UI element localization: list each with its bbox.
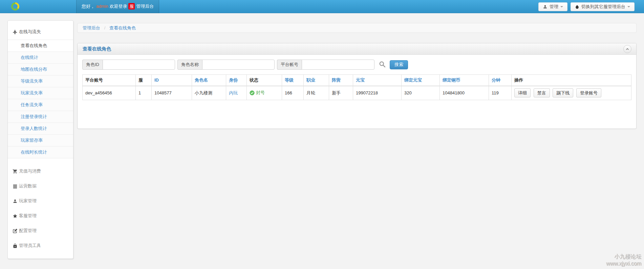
sidebar-section-label: 管理员工具 [19, 243, 41, 249]
sidebar-section-customer-service[interactable]: 客服管理 [8, 208, 73, 223]
sidebar-item-online-stats[interactable]: 在线统计 [8, 51, 73, 63]
sidebar-item-task-churn-rate[interactable]: 任务流失率 [8, 99, 73, 111]
cell-bound-yuanbao: 320 [402, 86, 440, 100]
cell-server: 1 [136, 86, 152, 100]
plane-icon [13, 29, 18, 35]
table-row: dev_a456456 1 1048577 小九楼测 内玩 封号 [83, 86, 631, 100]
cell-id: 1048577 [152, 86, 192, 100]
user-icon [543, 4, 548, 9]
status-badge[interactable]: 封号 [250, 90, 265, 96]
role-id-label: 角色ID [82, 60, 103, 70]
username: admin [96, 4, 108, 9]
cell-platform-account: dev_a456456 [83, 86, 136, 100]
platform-account-label: 平台帐号 [277, 60, 302, 70]
cell-minutes: 119 [489, 86, 512, 100]
search-button[interactable]: 搜索 [390, 60, 408, 69]
col-bound-yuanbao[interactable]: 绑定元宝 [402, 75, 440, 86]
mute-button[interactable]: 禁言 [534, 88, 550, 97]
breadcrumb-link-view-online-roles[interactable]: 查看在线角色 [109, 25, 136, 30]
panel-body: 角色ID 角色名称 平台帐号 搜索 [78, 55, 636, 129]
cell-status: 封号 [247, 86, 282, 100]
col-faction[interactable]: 阵营 [329, 75, 353, 86]
star-icon [13, 214, 18, 219]
watermark-line1: 小九楼论坛 [606, 253, 641, 260]
sidebar-section-operations-data[interactable]: 运营数据 [8, 179, 73, 194]
sidebar-section-label: 在线与流失 [19, 29, 41, 35]
col-level[interactable]: 等级 [282, 75, 304, 86]
sidebar-section-label: 充值与消费 [19, 168, 41, 174]
switch-server-menu-button[interactable]: 切换到其它服管理后台 [571, 2, 635, 11]
cell-profession: 月轮 [304, 86, 329, 100]
chevron-up-icon [625, 47, 629, 51]
kick-offline-button[interactable]: 踢下线 [553, 88, 573, 97]
cell-actions: 详细 禁言 踢下线 登录账号 [512, 86, 631, 100]
sidebar-item-view-online-roles[interactable]: 查看在线角色 [8, 40, 73, 51]
watermark-line2: www.xjyxi.com [606, 260, 641, 267]
col-yuanbao[interactable]: 元宝 [353, 75, 402, 86]
cell-level: 166 [282, 86, 304, 100]
col-actions: 操作 [512, 75, 631, 86]
admin-menu-button[interactable]: 管理 [538, 2, 567, 11]
sidebar-item-online-duration-stats[interactable]: 在线时长统计 [8, 146, 73, 158]
sidebar-section-player-management[interactable]: 玩家管理 [8, 194, 73, 208]
col-role-name[interactable]: 角色名 [192, 75, 226, 86]
app-logo-icon[interactable] [11, 2, 19, 10]
breadcrumb-separator: / [104, 25, 106, 30]
col-identity[interactable]: 身份 [226, 75, 247, 86]
welcome-mid: 欢迎登录 [109, 4, 127, 9]
check-circle-icon [250, 90, 255, 95]
cart-icon [13, 169, 18, 174]
sidebar-section-label: 运营数据 [19, 183, 37, 189]
cell-role-name: 小九楼测 [192, 86, 226, 100]
welcome-suffix: 管理后台 [136, 4, 154, 9]
switch-server-label: 切换到其它服管理后台 [581, 4, 625, 10]
sidebar-item-player-churn-rate[interactable]: 玩家流失率 [8, 87, 73, 99]
caret-down-icon [627, 6, 630, 7]
role-id-group: 角色ID [82, 60, 175, 70]
detail-button[interactable]: 详细 [514, 88, 531, 97]
sidebar-item-map-online-distribution[interactable]: 地图在线分布 [8, 63, 73, 75]
role-name-input[interactable] [202, 60, 275, 70]
sidebar-item-player-retention-rate[interactable]: 玩家留存率 [8, 134, 73, 146]
app-logo-inner [13, 4, 18, 9]
server-badge: 服 [128, 3, 135, 9]
panel-heading: 查看在线角色 [78, 43, 636, 55]
breadcrumb: 管理后台 / 查看在线角色 [77, 23, 637, 33]
sidebar-item-login-count-stats[interactable]: 登录人数统计 [8, 122, 73, 134]
col-minutes[interactable]: 分钟 [489, 75, 512, 86]
panel-title: 查看在线角色 [83, 46, 111, 51]
welcome-banner: 您好，admin欢迎登录服管理后台 [76, 0, 159, 13]
online-roles-table: 平台账号 服 ID 角色名 身份 状态 等级 职业 阵营 元宝 绑定元宝 绑定铜… [82, 74, 631, 100]
top-header: 您好，admin欢迎登录服管理后台 管理 切换到其它服管理后台 [0, 0, 644, 13]
sidebar-section-label: 玩家管理 [19, 198, 37, 204]
cell-faction: 新手 [329, 86, 353, 100]
login-account-button[interactable]: 登录账号 [576, 88, 601, 97]
sidebar-section-online-loss[interactable]: 在线与流失 [8, 21, 73, 40]
col-platform-account: 平台账号 [83, 75, 136, 86]
sidebar-section-config-management[interactable]: 配置管理 [8, 223, 73, 238]
sidebar-section-recharge-consume[interactable]: 充值与消费 [8, 164, 73, 179]
search-form: 角色ID 角色名称 平台帐号 搜索 [82, 60, 631, 70]
col-profession[interactable]: 职业 [304, 75, 329, 86]
sidebar-item-level-churn-rate[interactable]: 等级流失率 [8, 75, 73, 87]
site-watermark: 小九楼论坛 www.xjyxi.com [606, 253, 641, 267]
page-root: 您好，admin欢迎登录服管理后台 管理 切换到其它服管理后台 [0, 0, 644, 269]
col-server: 服 [136, 75, 152, 86]
col-bound-copper[interactable]: 绑定铜币 [440, 75, 489, 86]
breadcrumb-link-admin-home[interactable]: 管理后台 [83, 25, 100, 30]
list-icon [13, 184, 18, 189]
role-id-input[interactable] [103, 60, 175, 70]
status-label: 封号 [256, 90, 265, 96]
topbar-actions: 管理 切换到其它服管理后台 [538, 2, 635, 11]
col-id[interactable]: ID [152, 75, 192, 86]
sidebar-item-register-login-stats[interactable]: 注册登录统计 [8, 111, 73, 122]
sidebar-section-admin-tools[interactable]: 管理员工具 [8, 238, 73, 253]
admin-menu-label: 管理 [550, 4, 558, 10]
sidebar-submenu: 查看在线角色 在线统计 地图在线分布 等级流失率 玩家流失率 任务流失率 注册登… [8, 40, 73, 158]
cell-identity[interactable]: 内玩 [226, 86, 247, 100]
role-name-group: 角色名称 [177, 60, 275, 70]
edit-icon [13, 228, 18, 233]
platform-account-input[interactable] [302, 60, 374, 70]
sidebar: 在线与流失 查看在线角色 在线统计 地图在线分布 等级流失率 玩家流失率 任务流… [7, 20, 73, 259]
collapse-panel-button[interactable] [623, 45, 631, 53]
